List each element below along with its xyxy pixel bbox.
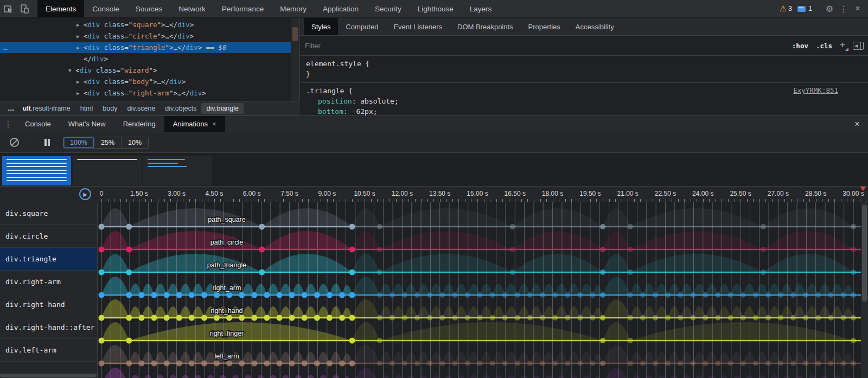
close-tab-icon[interactable]: × <box>212 120 216 128</box>
breadcrumb-item-html[interactable]: html <box>75 103 98 114</box>
drawer-tab-animations[interactable]: Animations× <box>164 116 225 132</box>
animation-row-div-left-arm[interactable]: div.left-arm <box>0 339 97 362</box>
timeline-horizontal-scrollbar[interactable] <box>0 374 97 377</box>
scrollbar-thumb[interactable] <box>292 27 298 41</box>
timeline-vertical-scrollbar[interactable] <box>861 202 868 378</box>
animation-row-div-right-hand[interactable]: div.right-hand <box>0 293 97 316</box>
drawer-more-icon[interactable]: ⋮ <box>0 116 16 132</box>
close-drawer-icon[interactable]: × <box>846 116 868 132</box>
tab-dom-breakpoints[interactable]: DOM Breakpoints <box>450 18 521 35</box>
tab-memory[interactable]: Memory <box>272 0 315 17</box>
expand-arrow-icon[interactable]: ▼ <box>68 65 75 76</box>
animation-row-labels: div.squarediv.circlediv.trianglediv.righ… <box>0 202 98 378</box>
styles-sidebar: StylesComputedEvent ListenersDOM Breakpo… <box>301 18 868 116</box>
drawer-tab-what-s-new[interactable]: What's New <box>60 116 114 132</box>
tab-console[interactable]: Console <box>84 0 127 17</box>
animation-row-div-circle[interactable]: div.circle <box>0 225 97 248</box>
rule-selector[interactable]: .triangle { <box>306 86 863 96</box>
rule-selector[interactable]: element.style { <box>306 59 863 69</box>
css-property-position[interactable]: position: absolute; <box>306 96 863 106</box>
playback-rate-100[interactable]: 100% <box>63 137 94 148</box>
animation-timeline-canvas[interactable]: path_squarepath_circlepath_triangleright… <box>98 202 868 378</box>
ruler-tick <box>402 199 403 202</box>
animation-row-div-right-hand-after[interactable]: div.right-hand::after <box>0 316 97 339</box>
drawer-tab-rendering[interactable]: Rendering <box>114 116 164 132</box>
breadcrumb-item-div-triangle[interactable]: div.triangle <box>201 103 244 114</box>
console-message-icon[interactable] <box>797 6 806 12</box>
scrollbar-thumb[interactable] <box>862 205 867 302</box>
dom-node-line[interactable]: ▶<div class="square">…</div> <box>0 19 291 30</box>
expand-arrow-icon[interactable]: ▶ <box>76 20 84 31</box>
dom-token: div <box>80 66 92 74</box>
clear-all-icon[interactable] <box>10 138 19 147</box>
tab-properties[interactable]: Properties <box>521 18 568 35</box>
expand-arrow-icon[interactable]: ▶ <box>76 31 84 42</box>
dom-node-line[interactable]: ▶<div class="right-arm">…</div> <box>0 87 291 99</box>
playback-rate-10[interactable]: 10% <box>122 137 148 148</box>
tab-network[interactable]: Network <box>170 0 214 17</box>
animation-group-preview-1[interactable] <box>2 156 71 185</box>
sidebar-pane-toggle-icon[interactable]: ◀ <box>853 42 864 50</box>
breadcrumb-item-div-objects[interactable]: div.objects <box>160 103 201 114</box>
replay-animation-button[interactable]: ▶ <box>79 188 91 200</box>
animation-row-div-square[interactable]: div.square <box>0 202 97 225</box>
toggle-hover-state[interactable]: :hov <box>792 42 808 50</box>
settings-gear-icon[interactable]: ⚙ <box>822 4 837 14</box>
expand-arrow-icon[interactable]: ▶ <box>76 42 84 54</box>
dom-node-line[interactable]: </div> <box>0 53 291 65</box>
pause-all-button[interactable] <box>41 139 53 146</box>
warning-count[interactable]: 3 <box>788 5 792 12</box>
ruler-label: 16.50 s <box>505 190 526 197</box>
new-style-rule-button[interactable]: +◢ <box>840 40 845 50</box>
inspect-element-icon[interactable] <box>0 0 16 17</box>
close-devtools-icon[interactable]: × <box>851 4 865 14</box>
tab-security[interactable]: Security <box>367 0 410 17</box>
expand-arrow-icon[interactable]: ▶ <box>76 88 84 99</box>
styles-filter-input[interactable] <box>305 42 478 50</box>
ruler-tick <box>728 199 729 202</box>
animation-group-preview-3[interactable] <box>143 156 212 185</box>
rule-close-brace: } <box>306 69 863 79</box>
drawer-tab-console[interactable]: Console <box>16 116 60 132</box>
expand-arrow-icon[interactable]: ▶ <box>76 76 84 88</box>
dom-node-line[interactable]: ▼<div class="wizard"> <box>0 65 291 76</box>
device-toolbar-icon[interactable] <box>16 0 33 17</box>
ruler-tick <box>277 199 277 202</box>
tab-styles[interactable]: Styles <box>304 18 338 35</box>
dom-token: div <box>92 55 104 63</box>
breadcrumb-item-div-scene[interactable]: div.scene <box>122 103 160 114</box>
elements-scrollbar[interactable] <box>291 18 299 101</box>
ruler-tick <box>709 199 710 202</box>
ruler-label: 18.00 s <box>542 190 563 197</box>
toggle-element-classes[interactable]: .cls <box>816 42 832 50</box>
ruler-tick <box>390 199 390 202</box>
breadcrumb-item-ult-result-iframe[interactable]: ult.result-iframe <box>18 103 75 114</box>
message-count[interactable]: 1 <box>808 5 812 12</box>
dom-node-line[interactable]: …▶<div class="triangle">…</div> == $0 <box>0 42 291 53</box>
animation-row-div-right-arm[interactable]: div.right-arm <box>0 271 97 293</box>
tab-elements[interactable]: Elements <box>37 0 84 17</box>
breadcrumb-overflow[interactable]: … <box>4 103 18 114</box>
more-options-icon[interactable]: ⋮ <box>837 4 851 14</box>
playback-rate-group: 100%25%10% <box>63 137 149 149</box>
tab-accessibility[interactable]: Accessibility <box>568 18 622 35</box>
tab-lighthouse[interactable]: Lighthouse <box>410 0 462 17</box>
playback-rate-25[interactable]: 25% <box>94 137 122 148</box>
tab-application[interactable]: Application <box>315 0 367 17</box>
animation-row-div-triangle[interactable]: div.triangle <box>0 248 97 271</box>
tab-sources[interactable]: Sources <box>127 0 171 17</box>
tab-computed[interactable]: Computed <box>338 18 386 35</box>
ruler-tick <box>565 199 566 202</box>
tab-layers[interactable]: Layers <box>462 0 500 17</box>
style-source-link[interactable]: ExyYRMK:851 <box>793 86 838 94</box>
tab-performance[interactable]: Performance <box>214 0 272 17</box>
node-overflow-dots[interactable]: … <box>3 42 8 53</box>
dom-node-line[interactable]: ▶<div class="circle">…</div> <box>0 30 291 42</box>
dom-token: div <box>88 32 100 40</box>
dom-node-line[interactable]: ▶<div class="body">…</div> <box>0 76 291 87</box>
animation-group-preview-2[interactable] <box>73 156 142 185</box>
warning-icon[interactable]: ⚠ <box>780 4 787 14</box>
breadcrumb-item-body[interactable]: body <box>98 103 122 114</box>
ruler-tick <box>452 199 453 202</box>
tab-event-listeners[interactable]: Event Listeners <box>386 18 450 35</box>
